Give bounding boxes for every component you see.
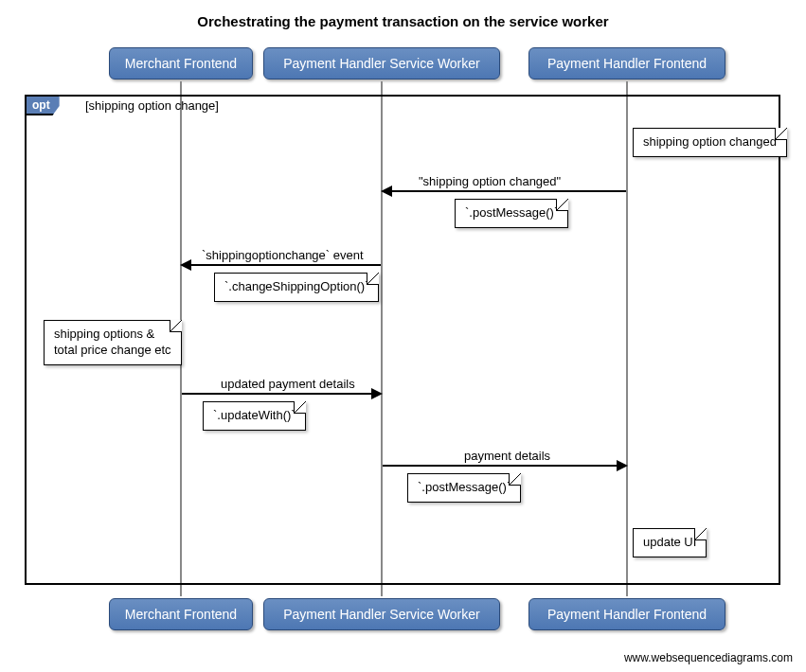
opt-guard: [shipping option change] [85, 98, 219, 113]
message-label-shippingoptionchange: `shippingoptionchange` event [202, 248, 364, 262]
note-postmessage-2: `.postMessage()` [407, 473, 521, 503]
message-label-updated-details: updated payment details [221, 377, 355, 391]
participant-merchant-frontend-bottom: Merchant Frontend [109, 598, 253, 630]
message-line-2 [182, 264, 381, 266]
watermark: www.websequencediagrams.com [624, 651, 793, 664]
note-update-ui: update UI [633, 528, 707, 557]
message-line-4 [383, 465, 617, 467]
note-changeshippingoption: `.changeShippingOption()` [214, 273, 379, 302]
participant-service-worker-bottom: Payment Handler Service Worker [263, 598, 500, 630]
note-line2: total price change etc [54, 343, 171, 357]
opt-label: opt [25, 95, 60, 115]
arrowhead-2 [180, 259, 191, 271]
note-shipping-options-total-price: shipping options & total price change et… [44, 320, 182, 365]
arrowhead-1 [381, 186, 392, 197]
arrowhead-3 [371, 388, 383, 399]
participant-handler-frontend-top: Payment Handler Frontend [528, 47, 725, 80]
message-label-payment-details: payment details [464, 449, 550, 463]
diagram-title: Orchestrating the payment transaction on… [0, 0, 806, 37]
participant-merchant-frontend-top: Merchant Frontend [109, 47, 253, 80]
note-postmessage-1: `.postMessage()` [455, 199, 568, 228]
note-line1: shipping options & [54, 327, 154, 341]
message-line-1 [383, 190, 626, 192]
arrowhead-4 [617, 460, 628, 471]
participant-handler-frontend-bottom: Payment Handler Frontend [528, 598, 725, 630]
note-updatewith: `.updateWith()` [203, 401, 306, 431]
message-label-shipping-option-changed: "shipping option changed" [419, 174, 561, 188]
message-line-3 [182, 393, 371, 395]
participant-service-worker-top: Payment Handler Service Worker [263, 47, 500, 80]
note-shipping-option-changed: shipping option changed [633, 128, 787, 157]
